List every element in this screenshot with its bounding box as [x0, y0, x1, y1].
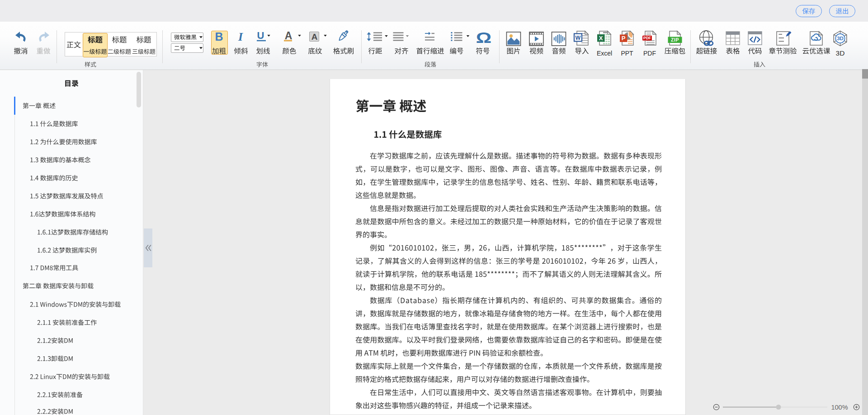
svg-text:X: X: [599, 35, 603, 42]
svg-text:100%: 100%: [831, 404, 848, 411]
svg-text:I: I: [238, 30, 243, 43]
svg-text:W: W: [576, 35, 581, 41]
svg-text:PDF: PDF: [643, 36, 651, 40]
svg-text:3D: 3D: [837, 36, 844, 41]
svg-text:ZIP: ZIP: [671, 37, 679, 42]
svg-text:B: B: [215, 30, 223, 43]
svg-text:Ω: Ω: [476, 29, 491, 46]
svg-text:P: P: [622, 35, 626, 42]
svg-text:A: A: [311, 32, 318, 42]
svg-text:PDF: PDF: [643, 50, 656, 57]
svg-text:PPT: PPT: [621, 50, 633, 57]
svg-text:3D: 3D: [836, 49, 845, 57]
svg-text:Excel: Excel: [597, 50, 612, 57]
svg-text:U: U: [257, 30, 264, 41]
svg-text:A: A: [285, 30, 292, 42]
